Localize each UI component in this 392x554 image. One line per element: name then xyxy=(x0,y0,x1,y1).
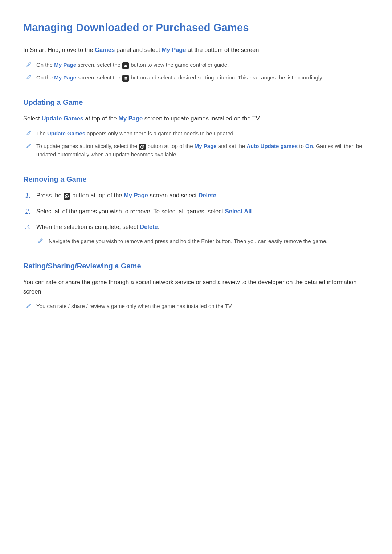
rating-note-list: You can rate / share / review a game onl… xyxy=(23,302,369,310)
updating-note-list: The Update Games appears only when there… xyxy=(23,129,369,159)
document-page: Managing Downloaded or Purchased Games I… xyxy=(0,0,392,338)
updating-lead: Select Update Games at top of the My Pag… xyxy=(23,114,369,123)
svg-line-19 xyxy=(141,148,142,148)
rating-lead: You can rate or share the game through a… xyxy=(23,278,369,296)
note-item: The Update Games appears only when there… xyxy=(23,129,369,138)
svg-rect-5 xyxy=(125,77,127,78)
note-item: You can rate / share / review a game onl… xyxy=(23,302,369,310)
step-item: Select all of the games you wish to remo… xyxy=(23,207,369,216)
svg-rect-7 xyxy=(125,78,127,79)
step-note-text: Navigate the game you wish to remove and… xyxy=(49,238,328,244)
svg-line-27 xyxy=(68,197,68,198)
svg-line-29 xyxy=(66,197,66,198)
gear-icon xyxy=(64,193,70,200)
svg-point-1 xyxy=(126,65,127,66)
pencil-icon xyxy=(26,143,32,148)
pencil-icon xyxy=(26,61,32,67)
step-item: Press the button at top of the My Page s… xyxy=(23,191,369,200)
svg-rect-4 xyxy=(124,77,125,78)
rating-note-text: You can rate / share / review a game onl… xyxy=(36,303,233,309)
pencil-icon xyxy=(26,74,32,80)
svg-line-17 xyxy=(143,148,144,148)
note-item: On the My Page screen, select the button… xyxy=(23,73,369,82)
pencil-icon xyxy=(26,303,32,308)
svg-point-11 xyxy=(142,146,143,147)
removing-steps: Press the button at top of the My Page s… xyxy=(23,191,369,245)
page-title: Managing Downloaded or Purchased Games xyxy=(23,20,369,36)
games-panel-label: Games xyxy=(95,46,115,53)
step-item: When the selection is complete, select D… xyxy=(23,222,369,245)
gear-icon xyxy=(139,144,146,150)
note-item: Navigate the game you wish to remove and… xyxy=(36,237,369,245)
svg-line-16 xyxy=(141,145,142,146)
pencil-icon xyxy=(38,238,44,243)
svg-point-21 xyxy=(66,196,68,197)
note-item: To update games automatically, select th… xyxy=(23,142,369,159)
svg-rect-9 xyxy=(125,79,127,80)
svg-line-18 xyxy=(143,145,144,146)
intro-note-list: On the My Page screen, select the button… xyxy=(23,61,369,82)
svg-rect-3 xyxy=(124,65,125,66)
section-heading-updating: Updating a Game xyxy=(23,97,369,108)
svg-rect-8 xyxy=(124,79,125,80)
section-heading-removing: Removing a Game xyxy=(23,174,369,185)
svg-line-28 xyxy=(68,195,68,196)
intro-paragraph: In Smart Hub, move to the Games panel an… xyxy=(23,45,369,55)
step-note-list: Navigate the game you wish to remove and… xyxy=(36,237,369,245)
pencil-icon xyxy=(26,130,32,136)
svg-line-26 xyxy=(66,195,66,196)
my-page-label: My Page xyxy=(162,46,186,53)
list-icon xyxy=(122,75,129,82)
svg-rect-6 xyxy=(124,78,125,79)
controller-icon xyxy=(122,62,129,69)
note-item: On the My Page screen, select the button… xyxy=(23,61,369,69)
section-heading-rating: Rating/Sharing/Reviewing a Game xyxy=(23,260,369,272)
